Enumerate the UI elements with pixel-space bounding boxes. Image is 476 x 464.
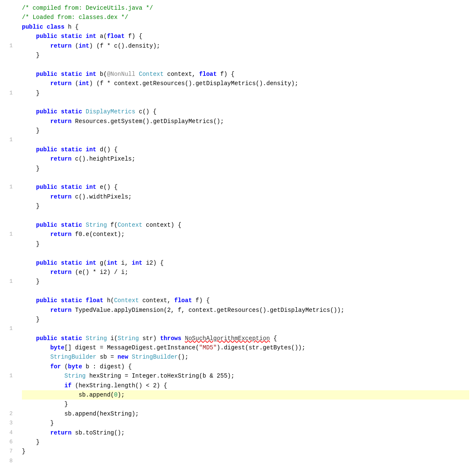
ln-blank <box>3 154 13 164</box>
code-line <box>22 249 469 258</box>
ln-blank <box>3 249 13 258</box>
ln-blank <box>3 239 13 249</box>
ln-blank <box>3 381 13 390</box>
code-line: } <box>22 437 469 447</box>
code-line: } <box>22 51 469 60</box>
ln-blank <box>3 145 13 154</box>
code-line: /* compiled from: DeviceUtils.java */ <box>22 3 469 13</box>
code-container: 1 1 1 1 1 1 1 <box>0 0 476 464</box>
ln-blank <box>3 315 13 324</box>
ln-num: 8 <box>3 456 13 464</box>
code-line: return (e() * i2) / i; <box>22 268 469 277</box>
code-line: if (hexString.length() < 2) { <box>22 381 469 390</box>
ln-num: 6 <box>3 437 13 447</box>
code-line: public static int b(@NonNull Context con… <box>22 70 469 79</box>
code-line: return sb.toString(); <box>22 428 469 437</box>
code-line: } <box>22 239 469 249</box>
code-line <box>22 98 469 107</box>
code-line: public static DisplayMetrics c() { <box>22 107 469 116</box>
ln-blank <box>3 107 13 116</box>
ln-blank <box>3 211 13 220</box>
ln-blank <box>3 22 13 32</box>
ln-num: 4 <box>3 428 13 437</box>
ln-blank <box>3 334 13 343</box>
ln-num: 1 <box>3 230 13 239</box>
ln-num: 7 <box>3 447 13 456</box>
ln-blank <box>3 343 13 352</box>
ln-num: 1 <box>3 371 13 381</box>
code-line: String hexString = Integer.toHexString(b… <box>22 371 469 381</box>
ln-num: 1 <box>3 41 13 51</box>
ln-blank <box>3 220 13 230</box>
ln-blank <box>3 296 13 305</box>
ln-blank <box>3 287 13 296</box>
code-line: } <box>22 418 469 428</box>
code-line: /* Loaded from: classes.dex */ <box>22 13 469 22</box>
code-line: } <box>22 201 469 211</box>
code-line: } <box>22 126 469 135</box>
code-line: } <box>22 89 469 98</box>
code-line: } <box>22 277 469 286</box>
code-line: public static int a(float f) { <box>22 32 469 41</box>
line-numbers: 1 1 1 1 1 1 1 <box>0 3 15 464</box>
ln-num: 1 <box>3 182 13 192</box>
ln-blank <box>3 32 13 41</box>
ln-blank <box>3 201 13 211</box>
code-line <box>22 60 469 69</box>
ln-blank <box>3 126 13 135</box>
code-line <box>22 211 469 220</box>
code-area: /* compiled from: DeviceUtils.java */ /*… <box>15 3 476 464</box>
code-line: public static int d() { <box>22 145 469 154</box>
code-line-throws: public static String i(String str) throw… <box>22 334 469 343</box>
ln-num: 1 <box>3 324 13 333</box>
ln-blank <box>3 258 13 268</box>
code-line: public static int e() { <box>22 182 469 192</box>
code-line: StringBuilder sb = new StringBuilder(); <box>22 352 469 362</box>
ln-blank <box>3 98 13 107</box>
code-line: } <box>22 164 469 173</box>
ln-blank <box>3 13 13 22</box>
ln-num: 2 <box>3 409 13 418</box>
ln-blank <box>3 164 13 173</box>
code-line: sb.append(hexString); <box>22 409 469 418</box>
code-line: public static float h(Context context, f… <box>22 296 469 305</box>
code-line <box>22 173 469 182</box>
ln-num: 1 <box>3 135 13 145</box>
ln-blank <box>3 306 13 315</box>
ln-num: 3 <box>3 418 13 428</box>
code-line <box>22 287 469 296</box>
code-line <box>22 324 469 333</box>
ln-blank <box>3 117 13 126</box>
code-line: byte[] digest = MessageDigest.getInstanc… <box>22 343 469 352</box>
ln-blank <box>3 70 13 79</box>
ln-blank <box>3 352 13 362</box>
ln-blank <box>3 79 13 88</box>
code-line: return c().widthPixels; <box>22 192 469 201</box>
ln-blank <box>3 362 13 371</box>
ln-blank <box>3 192 13 201</box>
code-line: for (byte b : digest) { <box>22 362 469 371</box>
code-line: public class h { <box>22 22 469 32</box>
code-line: return TypedValue.applyDimension(2, f, c… <box>22 306 469 315</box>
code-line: } <box>22 447 469 456</box>
code-line: } <box>22 400 469 409</box>
ln-blank <box>3 173 13 182</box>
ln-num: 1 <box>3 89 13 98</box>
ln-blank <box>3 400 13 409</box>
code-line: return c().heightPixels; <box>22 154 469 164</box>
code-line-highlighted: sb.append(0); <box>22 390 469 400</box>
code-line: return f0.e(context); <box>22 230 469 239</box>
code-line: return Resources.getSystem().getDisplayM… <box>22 117 469 126</box>
code-line: } <box>22 315 469 324</box>
code-line <box>22 135 469 145</box>
code-line: return (int) (f * c().density); <box>22 41 469 51</box>
ln-blank <box>3 3 13 13</box>
code-line: public static int g(int i, int i2) { <box>22 258 469 268</box>
code-line: return (int) (f * context.getResources()… <box>22 79 469 88</box>
ln-blank <box>3 51 13 60</box>
code-line: public static String f(Context context) … <box>22 220 469 230</box>
ln-blank <box>3 60 13 69</box>
ln-num: 1 <box>3 277 13 286</box>
ln-blank <box>3 390 13 400</box>
ln-blank <box>3 268 13 277</box>
